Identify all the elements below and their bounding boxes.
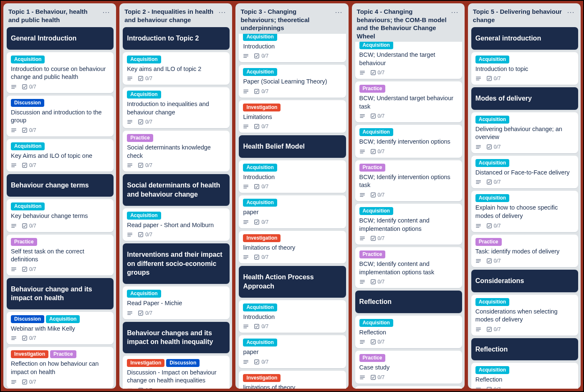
list-body[interactable]: AcquisitionBCW; Understand the target be… — [352, 42, 465, 389]
card[interactable]: AcquisitionRead Paper - Michie0/7 — [123, 286, 230, 319]
card[interactable]: AcquisitionPaper (Social Learning Theory… — [239, 65, 346, 98]
card[interactable]: AcquisitionKey Aims and ILO of topic one… — [7, 139, 114, 172]
label-prac[interactable]: Practice — [359, 85, 386, 93]
list-menu-icon[interactable]: ⋯ — [101, 8, 112, 17]
list-body[interactable]: Introduction to Topic 2AcquisitionKey ai… — [119, 25, 232, 389]
label-inv[interactable]: Investigation — [11, 350, 48, 358]
section-header-card[interactable]: Behaviour change terms — [7, 174, 114, 197]
list-menu-icon[interactable]: ⋯ — [217, 8, 228, 17]
label-prac[interactable]: Practice — [359, 354, 386, 362]
card[interactable]: AcquisitionReflection0/7 — [471, 363, 578, 389]
card[interactable]: Investigationlimitations of theory0/7 — [239, 371, 346, 389]
label-acq[interactable]: Acquisition — [11, 202, 45, 210]
card[interactable]: PracticeTask: identify modes of delivery… — [471, 235, 578, 268]
section-header-card[interactable]: Social determinants of health and behavi… — [123, 174, 230, 205]
label-acq[interactable]: Acquisition — [243, 68, 277, 76]
list-body[interactable]: General IntroductionAcquisitionIntroduct… — [3, 25, 116, 389]
label-acq[interactable]: Acquisition — [475, 298, 509, 306]
section-header-card[interactable]: Introduction to Topic 2 — [123, 27, 230, 50]
card[interactable]: AcquisitionIntroduction0/7 — [239, 300, 346, 333]
card[interactable]: DiscussionDiscussion and introduction to… — [7, 96, 114, 137]
list-title[interactable]: Topic 4 - Changing behaviours; the COM-B… — [357, 8, 447, 40]
section-header-card[interactable]: Behaviour change and its impact on healt… — [7, 278, 114, 309]
label-acq[interactable]: Acquisition — [127, 212, 161, 220]
label-prac[interactable]: Practice — [359, 164, 386, 172]
section-header-card[interactable]: Health Belief Model — [239, 135, 346, 158]
label-inv[interactable]: Investigation — [243, 234, 281, 242]
card[interactable]: AcquisitionRead paper - Short and Molbur… — [123, 208, 230, 241]
label-acq[interactable]: Acquisition — [243, 339, 277, 346]
list-title[interactable]: Topic 3 - Changing behaviours; theoretic… — [240, 8, 330, 32]
label-acq[interactable]: Acquisition — [243, 164, 277, 172]
card[interactable]: PracticeBCW; Understand target behaviour… — [355, 81, 462, 122]
label-acq[interactable]: Acquisition — [243, 199, 277, 207]
label-acq[interactable]: Acquisition — [475, 366, 509, 374]
label-acq[interactable]: Acquisition — [243, 303, 277, 311]
card[interactable]: AcquisitionIntroduction to topic0/7 — [471, 52, 578, 85]
card[interactable]: AcquisitionIntroduction to course on beh… — [7, 52, 114, 93]
card[interactable]: AcquisitionExplain how to choose specifi… — [471, 191, 578, 232]
list-body[interactable]: General introductionAcquisitionIntroduct… — [468, 25, 581, 389]
label-prac[interactable]: Practice — [475, 238, 502, 246]
label-acq[interactable]: Acquisition — [127, 91, 161, 99]
card[interactable]: PracticeBCW; Identify intervention optio… — [355, 160, 462, 201]
label-acq[interactable]: Acquisition — [359, 207, 393, 215]
card[interactable]: PracticeSocial determinants knowledge ch… — [123, 131, 230, 172]
section-header-card[interactable]: Modes of delivery — [471, 87, 578, 110]
card[interactable]: Acquisitionpaper0/7 — [239, 335, 346, 368]
label-inv[interactable]: Investigation — [127, 359, 164, 367]
card[interactable]: AcquisitionIntroduction0/7 — [239, 34, 346, 63]
card[interactable]: AcquisitionDistanced or Face-to-Face del… — [471, 156, 578, 189]
label-acq[interactable]: Acquisition — [243, 34, 277, 41]
card[interactable]: PracticeCase study0/7 — [355, 351, 462, 384]
label-acq[interactable]: Acquisition — [46, 315, 80, 323]
card[interactable]: AcquisitionConsiderations when selecting… — [471, 295, 578, 336]
card[interactable]: AcquisitionIntroduction0/7 — [239, 160, 346, 193]
label-inv[interactable]: Investigation — [243, 104, 281, 111]
label-acq[interactable]: Acquisition — [475, 116, 509, 124]
section-header-card[interactable]: Reflection — [355, 291, 462, 313]
card[interactable]: AcquisitionDelivering behaviour change; … — [471, 112, 578, 153]
section-header-card[interactable]: Considerations — [471, 270, 578, 292]
label-prac[interactable]: Practice — [127, 134, 153, 142]
label-acq[interactable]: Acquisition — [127, 290, 161, 298]
label-acq[interactable]: Acquisition — [11, 142, 45, 150]
label-prac[interactable]: Practice — [50, 350, 76, 358]
list-menu-icon[interactable]: ⋯ — [565, 8, 576, 17]
list-title[interactable]: Topic 1 - Behaviour, health and public h… — [8, 8, 98, 24]
list-body[interactable]: AcquisitionIntroduction0/7AcquisitionPap… — [235, 34, 348, 389]
card[interactable]: PracticeSelf test task on the correct de… — [7, 235, 114, 276]
card[interactable]: AcquisitionKey aims and ILO of topic 20/… — [123, 52, 230, 85]
section-header-card[interactable]: General Introduction — [7, 27, 114, 50]
label-disc[interactable]: Discussion — [11, 99, 44, 107]
card[interactable]: DiscussionDiscussion0/7 — [355, 386, 462, 389]
card[interactable]: PracticeBCW; Identify content and implem… — [355, 247, 462, 288]
label-acq[interactable]: Acquisition — [127, 56, 161, 63]
label-prac[interactable]: Practice — [359, 250, 386, 258]
section-header-card[interactable]: Reflection — [471, 338, 578, 361]
card[interactable]: DiscussionAcquisitionWebinar with Mike K… — [7, 312, 114, 345]
card[interactable]: Acquisitionpaper0/7 — [239, 195, 346, 228]
list-title[interactable]: Topic 5 - Delivering behaviour change — [473, 8, 563, 24]
card[interactable]: AcquisitionReflection0/7 — [355, 316, 462, 349]
card[interactable]: AcquisitionBCW; Understand the target be… — [355, 42, 462, 79]
label-inv[interactable]: Investigation — [243, 374, 281, 382]
label-acq[interactable]: Acquisition — [475, 194, 509, 202]
section-header-card[interactable]: Interventions and their impact on differ… — [123, 243, 230, 284]
section-header-card[interactable]: General introduction — [471, 27, 578, 50]
label-disc[interactable]: Discussion — [11, 315, 44, 323]
label-acq[interactable]: Acquisition — [359, 42, 393, 49]
label-disc[interactable]: Discussion — [166, 359, 200, 367]
label-acq[interactable]: Acquisition — [359, 319, 393, 327]
card[interactable]: AcquisitionKey behaviour change terms0/7 — [7, 199, 114, 232]
section-header-card[interactable]: Behaviour changes and its impact on heal… — [123, 322, 230, 353]
section-header-card[interactable]: Health Action Process Approach — [239, 266, 346, 297]
card[interactable]: AcquisitionBCW; Identify content and imp… — [355, 204, 462, 245]
card[interactable]: InvestigationLimitations0/7 — [239, 100, 346, 133]
card[interactable]: Investigationlimitations of theory0/7 — [239, 231, 346, 264]
label-acq[interactable]: Acquisition — [359, 128, 393, 136]
list-menu-icon[interactable]: ⋯ — [449, 8, 460, 17]
label-acq[interactable]: Acquisition — [11, 56, 45, 63]
list-menu-icon[interactable]: ⋯ — [333, 8, 344, 17]
card[interactable]: AcquisitionBCW; Identify intervention op… — [355, 125, 462, 158]
